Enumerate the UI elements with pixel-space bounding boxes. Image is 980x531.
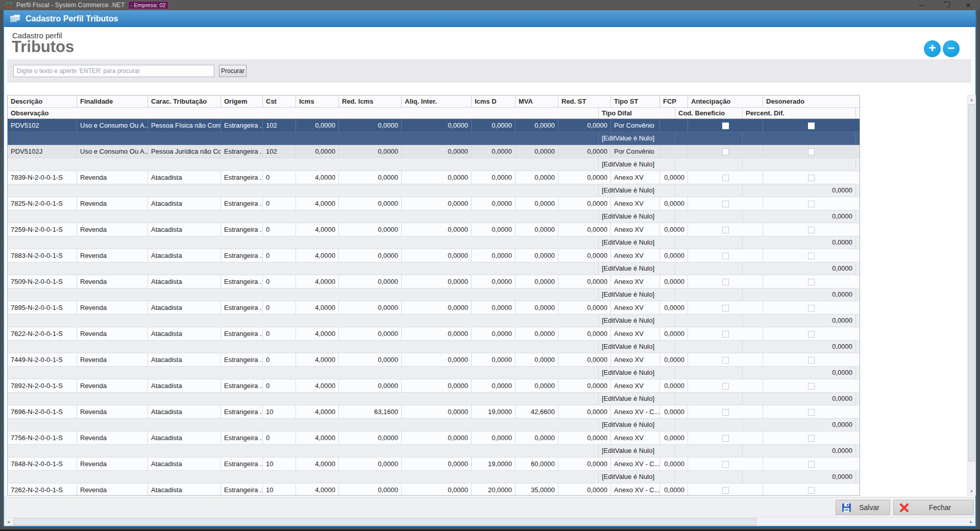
cell-desonerado[interactable]: [763, 379, 860, 392]
cell-antecipacao[interactable]: [688, 431, 763, 444]
cell-cst[interactable]: 0: [263, 431, 296, 444]
cell-carac[interactable]: Atacadista: [148, 171, 221, 184]
cell-cst[interactable]: 0: [263, 223, 296, 236]
cell-icms[interactable]: 4,0000: [296, 275, 339, 288]
cell-red_st[interactable]: 0,0000: [558, 249, 611, 262]
cell-descricao[interactable]: 7892-N-2-0-0-1-S: [8, 379, 77, 392]
cell-mva[interactable]: 0,0000: [516, 353, 558, 366]
subcell-cod_beneficio[interactable]: [675, 367, 743, 379]
cell-red_icms[interactable]: 0,0000: [339, 171, 402, 184]
cell-icms[interactable]: 4,0000: [296, 197, 339, 210]
cell-antecipacao[interactable]: [688, 484, 763, 496]
column-header-red_icms[interactable]: Red. Icms: [339, 95, 402, 107]
subcell-tipo_difal[interactable]: [EditValue é Nulo]: [599, 341, 675, 353]
cell-desonerado[interactable]: [763, 457, 860, 470]
subcell-percent_dif[interactable]: 0,0000: [743, 471, 856, 483]
cell-red_icms[interactable]: 0,0000: [339, 145, 402, 158]
cell-icms_d[interactable]: 0,0000: [472, 327, 516, 340]
subcell-tipo_difal[interactable]: [EditValue é Nulo]: [599, 288, 675, 301]
cell-red_st[interactable]: 0,0000: [558, 223, 611, 236]
subcell-percent_dif[interactable]: 0,0000: [743, 445, 856, 457]
cell-carac[interactable]: Atacadista: [148, 327, 221, 340]
cell-antecipacao[interactable]: [688, 379, 763, 392]
cell-icms_d[interactable]: 0,0000: [472, 301, 516, 314]
cell-tipo_st[interactable]: Anexo XV - C...: [611, 484, 660, 496]
cell-cst[interactable]: 0: [263, 353, 296, 366]
cell-descricao[interactable]: 7895-N-2-0-0-1-S: [8, 301, 77, 314]
cell-red_st[interactable]: 0,0000: [558, 301, 611, 314]
subcell-tipo_difal[interactable]: [EditValue é Nulo]: [599, 158, 675, 171]
cell-tipo_st[interactable]: Anexo XV - C...: [611, 405, 660, 418]
subcell-observacao[interactable]: [8, 132, 599, 144]
column-header-descricao[interactable]: Descrição: [8, 95, 77, 107]
desonerado-checkbox[interactable]: [808, 201, 815, 207]
subcell-cod_beneficio[interactable]: [675, 315, 743, 327]
cell-mva[interactable]: 0,0000: [516, 171, 558, 184]
subcell-percent_dif[interactable]: 0,0000: [743, 419, 856, 431]
cell-red_st[interactable]: 0,0000: [558, 171, 611, 184]
cell-antecipacao[interactable]: [688, 223, 763, 236]
subcell-observacao[interactable]: [8, 419, 599, 431]
cell-fcp[interactable]: 0,0000: [660, 327, 688, 340]
cell-finalidade[interactable]: Revenda: [77, 405, 148, 418]
antecipacao-checkbox[interactable]: [722, 461, 729, 468]
cell-carac[interactable]: Atacadista: [148, 484, 221, 496]
cell-finalidade[interactable]: Revenda: [77, 457, 148, 470]
cell-carac[interactable]: Atacadista: [148, 353, 221, 366]
cell-icms[interactable]: 4,0000: [296, 223, 339, 236]
cell-fcp[interactable]: 0,0000: [660, 431, 688, 444]
cell-aliq_inter[interactable]: 0,0000: [402, 379, 472, 392]
column-header-icms[interactable]: Icms: [296, 95, 339, 107]
cell-tipo_st[interactable]: Anexo XV: [611, 431, 660, 444]
cell-red_st[interactable]: 0,0000: [558, 145, 611, 158]
cell-finalidade[interactable]: Revenda: [77, 431, 148, 444]
cell-red_icms[interactable]: 0,0000: [339, 353, 402, 366]
antecipacao-checkbox[interactable]: [722, 487, 729, 494]
vertical-scrollbar-thumb[interactable]: [968, 104, 975, 462]
cell-descricao[interactable]: 7825-N-2-0-0-1-S: [8, 197, 77, 210]
subcell-observacao[interactable]: [8, 184, 599, 197]
cell-red_st[interactable]: 0,0000: [558, 431, 611, 444]
cell-desonerado[interactable]: [763, 223, 860, 236]
column-header-fcp[interactable]: FCP: [660, 95, 688, 107]
cell-tipo_st[interactable]: Anexo XV: [611, 223, 660, 236]
subcell-tipo_difal[interactable]: [EditValue é Nulo]: [599, 132, 675, 144]
cell-red_icms[interactable]: 0,0000: [339, 275, 402, 288]
column-header-icms_d[interactable]: Icms D: [472, 95, 516, 107]
cell-desonerado[interactable]: [763, 327, 860, 340]
antecipacao-checkbox[interactable]: [722, 383, 729, 390]
close-button[interactable]: Fechar: [893, 500, 974, 515]
cell-red_icms[interactable]: 0,0000: [339, 301, 402, 314]
cell-cst[interactable]: 10: [263, 484, 296, 496]
cell-fcp[interactable]: 0,0000: [660, 275, 688, 288]
cell-fcp[interactable]: 0,0000: [660, 197, 688, 210]
desonerado-checkbox[interactable]: [808, 461, 815, 468]
cell-carac[interactable]: Atacadista: [148, 301, 221, 314]
cell-aliq_inter[interactable]: 0,0000: [402, 457, 472, 470]
column-header-observacao[interactable]: Observação: [8, 108, 599, 118]
desonerado-checkbox[interactable]: [808, 227, 815, 233]
restore-button[interactable]: [933, 0, 957, 10]
cell-descricao[interactable]: 7848-N-2-0-0-1-S: [8, 457, 77, 470]
column-header-aliq_inter[interactable]: Aliq. Inter.: [402, 95, 472, 107]
cell-icms_d[interactable]: 0,0000: [472, 145, 516, 158]
cell-icms[interactable]: 4,0000: [296, 327, 339, 340]
add-record-button[interactable]: +: [924, 40, 941, 57]
cell-antecipacao[interactable]: [688, 249, 763, 262]
cell-mva[interactable]: 0,0000: [516, 223, 558, 236]
cell-icms[interactable]: 4,0000: [296, 301, 339, 314]
subcell-tipo_difal[interactable]: [EditValue é Nulo]: [599, 471, 675, 483]
cell-icms[interactable]: 4,0000: [296, 405, 339, 418]
cell-finalidade[interactable]: Revenda: [77, 379, 148, 392]
cell-aliq_inter[interactable]: 0,0000: [402, 249, 472, 262]
subcell-percent_dif[interactable]: 0,0000: [743, 393, 856, 405]
desonerado-checkbox[interactable]: [808, 383, 815, 390]
antecipacao-checkbox[interactable]: [722, 123, 729, 129]
subcell-cod_beneficio[interactable]: [675, 341, 743, 353]
cell-aliq_inter[interactable]: 0,0000: [402, 119, 472, 132]
cell-fcp[interactable]: [660, 145, 688, 158]
subcell-percent_dif[interactable]: 0,0000: [743, 184, 856, 197]
cell-red_icms[interactable]: 0,0000: [339, 457, 402, 470]
column-header-red_st[interactable]: Red. ST: [558, 95, 611, 107]
cell-cst[interactable]: 0: [263, 171, 296, 184]
